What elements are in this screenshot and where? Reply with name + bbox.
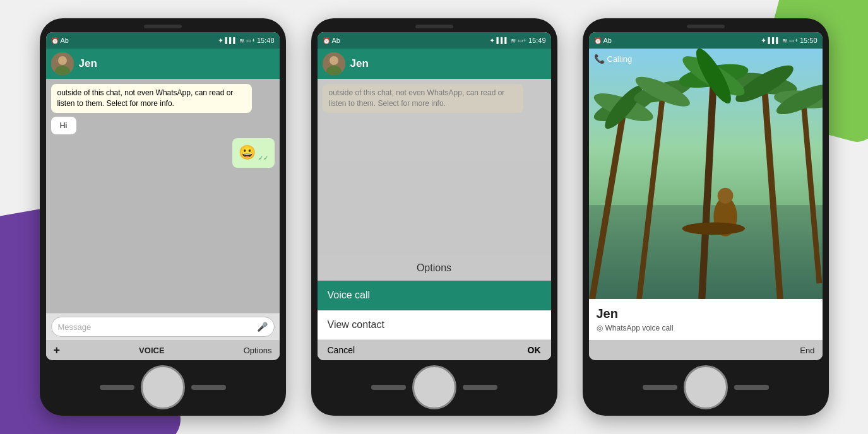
alarm-icon-1: ⏰ (51, 37, 59, 44)
status-label-2: Ab (332, 37, 340, 44)
options-footer: Cancel OK (318, 340, 551, 360)
svg-point-1 (58, 56, 67, 65)
nav-center-2[interactable] (412, 365, 456, 409)
bluetooth-icon-2: ✦ (489, 37, 495, 45)
status-left-2: ⏰ Ab (323, 37, 340, 44)
contact-name-1: Jen (79, 57, 97, 70)
phone-speaker-1 (144, 25, 182, 28)
svg-point-27 (682, 222, 744, 235)
status-left-3: ⏰ Ab (594, 37, 612, 44)
status-bar-3: ⏰ Ab ✦ ▌▌▌ ≋ ▭+ 15:50 (589, 32, 823, 49)
voice-button-1[interactable]: VOICE (139, 346, 164, 355)
calling-subtitle: ◎ WhatsApp voice call (597, 324, 815, 332)
status-left-1: ⏰ Ab (51, 37, 69, 44)
phone-bottom-2 (318, 360, 551, 409)
message-bubble-1: outside of this chat, not even WhatsApp,… (51, 84, 253, 113)
phone-speaker-3 (687, 25, 725, 28)
whatsapp-icon: ◎ (597, 324, 603, 332)
calling-background: 📞 Calling (589, 49, 823, 299)
battery-icon-3: ▭+ (789, 37, 798, 44)
mic-icon-1: 🎤 (257, 322, 268, 332)
view-contact-option[interactable]: View contact (318, 310, 551, 340)
call-icon: 📞 (594, 54, 605, 64)
chat-area-2: outside of this chat, not even WhatsApp,… (318, 79, 551, 256)
chat-header-1: Jen (46, 49, 280, 79)
calling-footer: End (589, 340, 823, 360)
status-bar-1: ⏰ Ab ✦ ▌▌▌ ≋ ▭+ 15:48 (46, 32, 280, 49)
avatar-1 (51, 52, 74, 75)
voice-call-label: Voice call (328, 290, 371, 300)
status-label-1: Ab (61, 37, 69, 44)
time-3: 15:50 (800, 37, 817, 44)
message-text-4: outside of this chat, not even WhatsApp,… (329, 88, 505, 108)
nav-left-3 (643, 385, 677, 390)
options-header: Options (318, 256, 551, 281)
view-contact-label: View contact (328, 319, 384, 330)
bluetooth-icon-1: ✦ (218, 37, 223, 45)
status-label-3: Ab (603, 37, 612, 44)
nav-buttons-3 (643, 365, 769, 409)
phone-speaker-2 (415, 25, 453, 28)
phone-screen-2: ⏰ Ab ✦ ▌▌▌ ≋ ▭+ 15:49 (318, 32, 551, 360)
contact-name-2: Jen (350, 57, 369, 70)
nav-center-1[interactable] (141, 365, 185, 409)
calling-info: Jen ◎ WhatsApp voice call (589, 299, 823, 340)
input-placeholder-1: Message (58, 322, 92, 332)
chat-header-2: Jen (318, 49, 551, 79)
voice-call-option[interactable]: Voice call (318, 281, 551, 310)
options-title: Options (417, 262, 451, 273)
message-text-1: outside of this chat, not even WhatsApp,… (57, 88, 234, 108)
ok-button[interactable]: OK (528, 345, 541, 355)
calling-subtitle-text: WhatsApp voice call (605, 324, 674, 332)
battery-icon-2: ▭+ (518, 37, 526, 44)
action-bar-1: + VOICE Options (46, 340, 280, 360)
nav-right-3 (734, 385, 769, 390)
chat-area-1: outside of this chat, not even WhatsApp,… (46, 79, 280, 313)
nav-center-3[interactable] (684, 365, 728, 409)
svg-point-26 (717, 188, 733, 204)
nav-left-1 (100, 385, 134, 390)
wifi-icon-1: ≋ (239, 37, 244, 44)
svg-point-4 (330, 56, 338, 65)
nav-buttons-1 (100, 365, 226, 409)
nav-right-2 (463, 385, 497, 390)
cancel-button[interactable]: Cancel (328, 345, 355, 355)
avatar-2 (323, 52, 345, 75)
nav-buttons-2 (371, 365, 497, 409)
time-1: 15:48 (257, 37, 275, 44)
signal-icon-3: ▌▌▌ (768, 37, 780, 44)
status-right-3: ✦ ▌▌▌ ≋ ▭+ 15:50 (761, 37, 817, 45)
options-menu: Options Voice call View contact Cancel O… (318, 256, 551, 360)
phone-1: ⏰ Ab ✦ ▌▌▌ ≋ ▭+ 15:48 (40, 18, 286, 416)
bluetooth-icon-3: ✦ (761, 37, 766, 45)
calling-label: 📞 Calling (594, 54, 633, 64)
nav-right-1 (191, 385, 226, 390)
signal-icon-1: ▌▌▌ (225, 37, 237, 44)
message-bubble-4: outside of this chat, not even WhatsApp,… (323, 84, 524, 113)
message-bubble-3: 😀 ✓✓ (232, 138, 275, 168)
input-area-1: Message 🎤 (46, 313, 280, 340)
nav-left-2 (371, 385, 406, 390)
alarm-icon-3: ⏰ (594, 37, 602, 44)
avatar-image-2 (323, 52, 345, 75)
calling-text: Calling (607, 54, 633, 64)
phones-container: ⏰ Ab ✦ ▌▌▌ ≋ ▭+ 15:48 (40, 18, 829, 416)
calling-screen: 📞 Calling Jen ◎ WhatsApp voice call End (589, 49, 823, 360)
time-2: 15:49 (528, 37, 546, 44)
phone-bottom-3 (589, 360, 823, 409)
status-right-1: ✦ ▌▌▌ ≋ ▭+ 15:48 (218, 37, 275, 45)
battery-icon-1: ▭+ (246, 37, 255, 44)
calling-contact-name: Jen (597, 307, 815, 321)
end-button[interactable]: End (800, 346, 814, 355)
status-bar-2: ⏰ Ab ✦ ▌▌▌ ≋ ▭+ 15:49 (318, 32, 551, 49)
phone-screen-3: ⏰ Ab ✦ ▌▌▌ ≋ ▭+ 15:50 (589, 32, 823, 360)
wifi-icon-3: ≋ (782, 37, 787, 44)
checkmarks-1: ✓✓ (258, 154, 268, 163)
plus-button-1[interactable]: + (54, 344, 61, 357)
message-bubble-2: Hi (51, 117, 76, 135)
phone-screen-1: ⏰ Ab ✦ ▌▌▌ ≋ ▭+ 15:48 (46, 32, 280, 360)
message-input-1[interactable]: Message 🎤 (51, 317, 275, 337)
options-button-1[interactable]: Options (244, 346, 272, 355)
signal-icon-2: ▌▌▌ (497, 37, 509, 44)
status-right-2: ✦ ▌▌▌ ≋ ▭+ 15:49 (489, 37, 546, 45)
